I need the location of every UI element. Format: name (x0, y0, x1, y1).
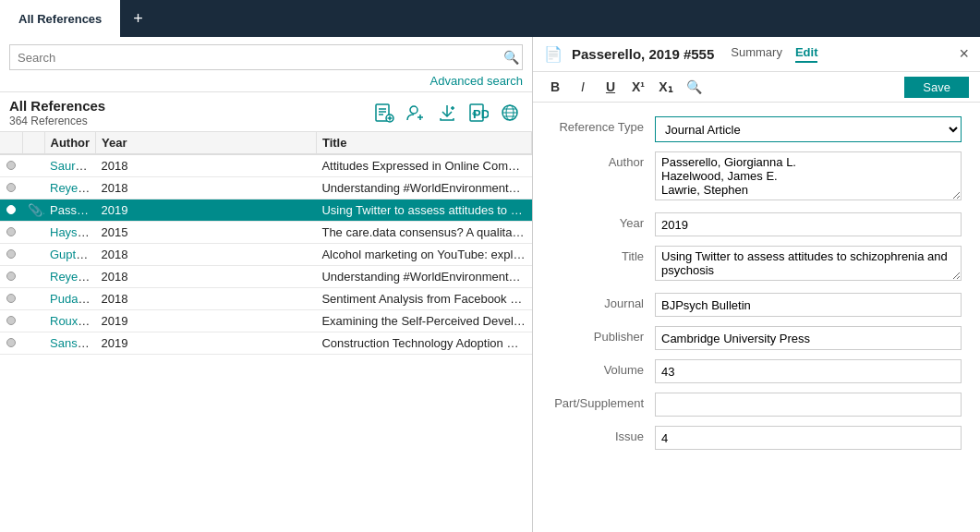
row-dot (0, 244, 22, 266)
table-row[interactable]: Reyes-Mene...2018Understanding #WorldEnv… (0, 177, 532, 200)
pdf-icon-btn[interactable]: PDF (466, 100, 491, 126)
right-header: 📄 Passerello, 2019 #555 Summary Edit × (533, 37, 980, 72)
search-box-wrap: 🔍 (9, 44, 523, 70)
row-year: 2019 (96, 310, 317, 332)
superscript-button[interactable]: X¹ (627, 76, 649, 98)
row-author: Gupta, Hima... (44, 244, 96, 266)
journal-input[interactable] (655, 293, 962, 317)
row-dot (0, 310, 22, 332)
tab-summary[interactable]: Summary (731, 45, 782, 63)
row-dot (0, 266, 22, 288)
publisher-label: Publisher (544, 326, 655, 344)
author-link[interactable]: Roux, Peter ... (50, 314, 96, 328)
issue-value (655, 426, 962, 450)
author-link[interactable]: Gupta, Hima... (50, 248, 96, 261)
table-row[interactable]: Reyes-Mene...2018Understanding #WorldEnv… (0, 266, 532, 288)
row-title: The care.data consensus? A qualitative a… (316, 222, 531, 244)
year-input[interactable] (655, 212, 962, 236)
bold-button[interactable]: B (544, 76, 566, 98)
title-textarea[interactable] (655, 246, 962, 281)
form-row-title: Title (533, 241, 980, 288)
paperclip-icon: 📎 (28, 203, 44, 217)
row-clip (22, 177, 44, 200)
part-supplement-label: Part/Supplement (544, 393, 655, 410)
table-row[interactable]: Hays, Rebecc...2015The care.data consens… (0, 222, 532, 244)
journal-value (655, 293, 962, 317)
refs-table: Author Year Title Saura, Jose R...2018At… (0, 132, 532, 355)
table-row[interactable]: Sansone... 2019Construction Technology A… (0, 332, 532, 355)
volume-input[interactable] (655, 359, 962, 383)
tab-edit[interactable]: Edit (795, 45, 818, 63)
row-clip (22, 310, 44, 332)
publisher-input[interactable] (655, 326, 962, 350)
right-panel: 📄 Passerello, 2019 #555 Summary Edit × B… (533, 37, 980, 532)
row-clip (22, 154, 44, 177)
import-icon-btn[interactable] (434, 100, 460, 126)
author-textarea[interactable] (655, 151, 962, 200)
row-dot (0, 200, 22, 222)
row-year: 2019 (96, 332, 317, 355)
save-button[interactable]: Save (904, 77, 969, 98)
author-link[interactable]: Passerello, Gi... (50, 203, 96, 217)
row-title: Using Twitter to assess attitudes to sch… (316, 200, 531, 222)
underline-button[interactable]: U (599, 76, 622, 98)
edit-toolbar: B I U X¹ X₁ 🔍 Save (533, 72, 980, 103)
table-row[interactable]: 📎Passerello, Gi...2019Using Twitter to a… (0, 200, 532, 222)
row-year: 2018 (96, 154, 317, 177)
top-bar: All References + (0, 0, 980, 37)
row-clip (22, 332, 44, 355)
tab-all-refs[interactable]: All References (0, 0, 120, 37)
author-link[interactable]: Sansone... (50, 336, 96, 350)
table-row[interactable]: Roux, Peter ...2019Examining the Self-Pe… (0, 310, 532, 332)
row-title: Sentiment Analysis from Facebook Comment (316, 288, 531, 310)
author-link[interactable]: Pudaruth, S.; ... (50, 292, 96, 306)
author-link[interactable]: Saura, Jose R... (50, 159, 96, 173)
form-row-year: Year (533, 208, 980, 241)
refs-table-wrap: Author Year Title Saura, Jose R...2018At… (0, 132, 532, 532)
search-area: 🔍 Advanced search (0, 37, 532, 92)
dot-circle-icon (6, 272, 16, 281)
author-link[interactable]: Reyes-Mene... (50, 181, 96, 195)
title-label: Title (544, 246, 655, 263)
part-supplement-input[interactable] (655, 393, 962, 417)
author-link[interactable]: Hays, Rebecc... (50, 225, 96, 239)
table-row[interactable]: Saura, Jose R...2018Attitudes Expressed … (0, 154, 532, 177)
ref-title-text: Passerello, 2019 #555 (572, 46, 714, 62)
table-row[interactable]: Pudaruth, S.; ...2018Sentiment Analysis … (0, 288, 532, 310)
volume-value (655, 359, 962, 383)
italic-button[interactable]: I (572, 76, 594, 98)
form-row-publisher: Publisher (533, 321, 980, 355)
reference-type-label: Reference Type (544, 116, 655, 134)
row-clip (22, 244, 44, 266)
tab-add[interactable]: + (120, 0, 156, 37)
row-year: 2018 (96, 244, 317, 266)
add-ref-icon-btn[interactable] (371, 100, 397, 126)
year-value (655, 212, 962, 236)
form-row-author: Author (533, 147, 980, 208)
table-row[interactable]: Gupta, Hima...2018Alcohol marketing on Y… (0, 244, 532, 266)
search-input[interactable] (9, 44, 523, 70)
dot-circle-icon (6, 161, 16, 170)
subscript-button[interactable]: X₁ (655, 76, 677, 98)
add-person-icon-btn[interactable] (403, 100, 429, 126)
close-button[interactable]: × (959, 44, 969, 64)
svg-text:PDF: PDF (473, 107, 489, 121)
row-author: Passerello, Gi... (44, 200, 96, 222)
dot-circle-icon (6, 183, 16, 192)
row-year: 2018 (96, 177, 317, 200)
row-year: 2015 (96, 222, 317, 244)
form-row-reference-type: Reference Type Journal ArticleBookBook S… (533, 112, 980, 147)
author-link[interactable]: Reyes-Mene... (50, 270, 96, 284)
form-row-volume: Volume (533, 355, 980, 388)
row-author: Saura, Jose R... (44, 154, 96, 177)
issue-input[interactable] (655, 426, 962, 450)
row-dot (0, 288, 22, 310)
advanced-search-link[interactable]: Advanced search (9, 74, 523, 88)
reference-type-select[interactable]: Journal ArticleBookBook SectionConferenc… (655, 116, 962, 142)
issue-label: Issue (544, 426, 655, 443)
toolbar-search-icon[interactable]: 🔍 (686, 79, 702, 94)
row-author: Reyes-Mene... (44, 266, 96, 288)
search-button[interactable]: 🔍 (503, 50, 519, 65)
col-header-clip (22, 132, 44, 154)
globe-icon-btn[interactable] (497, 100, 523, 126)
